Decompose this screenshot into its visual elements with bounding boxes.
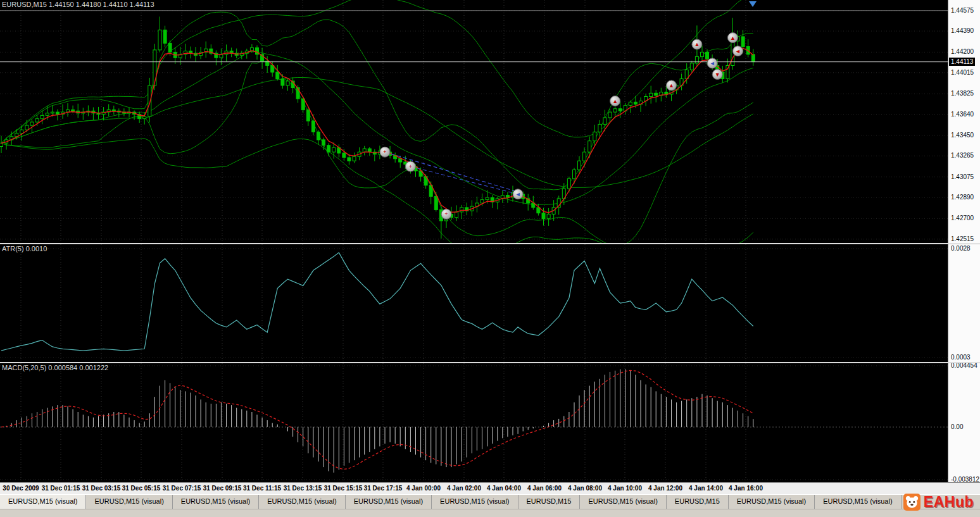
price-scale-label: 1.44200 xyxy=(951,48,974,55)
chart-tab[interactable]: EURUSD,M15 (visual) xyxy=(173,495,259,509)
time-axis-label: 4 Jan 14:00 xyxy=(689,485,723,492)
svg-text:▼: ▼ xyxy=(715,72,720,78)
time-axis-label: 31 Dec 13:15 xyxy=(284,485,322,492)
time-axis-label: 4 Jan 02:00 xyxy=(447,485,481,492)
main-chart-area[interactable]: +++◄▲▲▲◄▼▲◄ xyxy=(0,0,948,243)
trade-marker[interactable]: ▲ xyxy=(692,39,702,49)
atr-indicator-label: ATR(5) 0.0010 xyxy=(2,245,47,252)
chart-tab[interactable]: EURUSD,M15 (visual) xyxy=(432,495,518,509)
time-axis-label: 31 Dec 09:15 xyxy=(203,485,242,492)
price-scale-label: 1.42515 xyxy=(951,235,974,242)
chart-tab[interactable]: EURUSD,M15 (visual) xyxy=(729,495,815,509)
eahub-watermark: EAHub xyxy=(903,494,974,511)
atr-scale-label: 0.0003 xyxy=(951,354,971,361)
price-scale[interactable]: 1.445751.443901.442001.440151.438251.436… xyxy=(948,0,980,482)
time-axis-label: 31 Dec 07:15 xyxy=(163,485,201,492)
chart-tab[interactable]: EURUSD,M15 xyxy=(667,495,729,509)
price-scale-label: 1.43825 xyxy=(951,90,974,97)
macd-indicator-label: MACD(5,20,5) 0.000584 0.001222 xyxy=(2,364,108,371)
chart-tab[interactable]: EURUSD,M15 (visual) xyxy=(0,495,86,509)
time-axis-label: 30 Dec 2009 xyxy=(3,485,39,492)
macd-scale-label: 0.00 xyxy=(951,423,963,430)
svg-text:◄: ◄ xyxy=(515,191,521,197)
panel-separator[interactable] xyxy=(0,243,980,244)
time-axis-label: 31 Dec 05:15 xyxy=(122,485,161,492)
macd-chart-area[interactable] xyxy=(0,363,948,482)
time-axis-label: 4 Jan 04:00 xyxy=(487,485,521,492)
atr-chart-area[interactable] xyxy=(0,244,948,362)
time-axis-label: 31 Dec 11:15 xyxy=(243,485,281,492)
time-axis-label: 31 Dec 15:15 xyxy=(324,485,363,492)
price-scale-label: 1.43265 xyxy=(951,152,974,159)
svg-text:◄: ◄ xyxy=(710,60,715,66)
price-scale-label: 1.44390 xyxy=(951,27,974,34)
svg-text:+: + xyxy=(444,211,448,217)
svg-text:▲: ▲ xyxy=(694,41,700,47)
atr-indicator-panel: ATR(5) 0.0010 xyxy=(0,244,948,362)
svg-text:◄: ◄ xyxy=(735,48,741,54)
trade-marker[interactable]: + xyxy=(441,209,451,219)
trade-marker[interactable]: ▲ xyxy=(667,80,677,90)
price-scale-label: 1.42700 xyxy=(951,215,974,221)
time-axis-label: 31 Dec 01:15 xyxy=(42,485,80,492)
atr-scale-label: 0.0028 xyxy=(951,245,971,252)
chart-ohlc-label: EURUSD,M15 1.44150 1.44180 1.44110 1.441… xyxy=(2,1,154,8)
mt4-chart-window: +++◄▲▲▲◄▼▲◄ EURUSD,M15 1.44150 1.44180 1… xyxy=(0,0,980,517)
chart-tab[interactable]: EURUSD,M15 (visual) xyxy=(259,495,345,509)
trade-marker[interactable]: ▲ xyxy=(610,96,620,106)
time-axis-label: 4 Jan 16:00 xyxy=(729,485,763,492)
svg-text:▲: ▲ xyxy=(669,82,674,89)
chart-tab[interactable]: EURUSD,M15 xyxy=(518,495,581,509)
eahub-logo-text: EAHub xyxy=(924,495,974,509)
trade-marker[interactable]: + xyxy=(380,147,390,157)
time-axis-label: 4 Jan 12:00 xyxy=(648,485,682,492)
svg-text:+: + xyxy=(409,163,412,170)
chart-shift-marker-icon[interactable] xyxy=(749,1,757,7)
panel-separator[interactable] xyxy=(0,362,980,363)
trade-marker[interactable]: ▼ xyxy=(712,70,722,80)
svg-text:▲: ▲ xyxy=(612,98,618,104)
price-scale-label: 1.43450 xyxy=(951,132,974,139)
current-price-tag: 1.44113 xyxy=(949,58,975,66)
trade-marker[interactable]: ◄ xyxy=(733,46,743,56)
time-axis-label: 4 Jan 00:00 xyxy=(406,485,441,492)
chart-tab[interactable]: EURUSD,M15 (visual) xyxy=(815,495,901,509)
time-axis-label: 31 Dec 03:15 xyxy=(82,485,121,492)
trade-marker[interactable]: ▲ xyxy=(727,33,738,43)
svg-text:+: + xyxy=(383,149,386,155)
chart-tab[interactable]: EURUSD,M15 (visual) xyxy=(580,495,666,509)
chart-tab-bar: EURUSD,M15 (visual)EURUSD,M15 (visual)EU… xyxy=(0,494,980,517)
svg-text:▲: ▲ xyxy=(730,35,736,41)
time-axis[interactable]: 30 Dec 200931 Dec 01:1531 Dec 03:1531 De… xyxy=(0,482,980,494)
price-scale-label: 1.43075 xyxy=(951,173,974,180)
trade-marker[interactable]: + xyxy=(405,161,415,171)
chart-tabs-row: EURUSD,M15 (visual)EURUSD,M15 (visual)EU… xyxy=(0,495,980,509)
chart-tab[interactable]: EURUSD,M15 (visual) xyxy=(346,495,432,509)
time-axis-label: 4 Jan 08:00 xyxy=(568,485,602,492)
main-chart-panel: +++◄▲▲▲◄▼▲◄ EURUSD,M15 1.44150 1.44180 1… xyxy=(0,0,948,243)
macd-indicator-panel: MACD(5,20,5) 0.000584 0.001222 xyxy=(0,363,948,482)
price-scale-label: 1.44575 xyxy=(951,7,974,14)
time-axis-label: 4 Jan 10:00 xyxy=(608,485,642,492)
eahub-logo-icon xyxy=(903,494,920,511)
price-scale-label: 1.42890 xyxy=(951,194,974,201)
trade-marker[interactable]: ◄ xyxy=(513,189,523,199)
trade-marker[interactable]: ◄ xyxy=(707,58,717,68)
price-scale-label: 1.44015 xyxy=(951,69,974,76)
trade-connector-line[interactable] xyxy=(385,152,518,192)
time-axis-label: 31 Dec 17:15 xyxy=(364,485,403,492)
price-scale-label: 1.43640 xyxy=(951,111,974,118)
chart-tab[interactable]: EURUSD,M15 (visual) xyxy=(86,495,172,509)
time-axis-label: 4 Jan 06:00 xyxy=(527,485,562,492)
